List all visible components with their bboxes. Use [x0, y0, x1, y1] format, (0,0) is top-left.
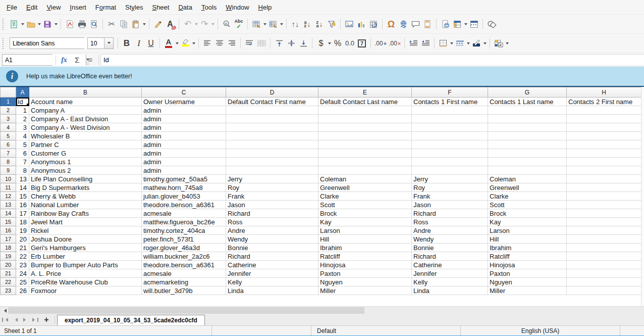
select-all-corner[interactable]: [1, 87, 16, 98]
insert-row-icon[interactable]: [250, 18, 262, 31]
cell-A19[interactable]: 22: [16, 252, 29, 261]
cell-B4[interactable]: Company A - West Division: [29, 123, 142, 132]
cell-E2[interactable]: [318, 106, 412, 115]
cell-C16[interactable]: timothy.cortez_404ca: [142, 226, 226, 235]
new-dropdown[interactable]: [21, 23, 24, 27]
cell-D4[interactable]: [226, 123, 318, 132]
cell-B12[interactable]: Cherry & Webb: [29, 192, 142, 201]
cell-A21[interactable]: 24: [16, 269, 29, 278]
merge-cells-icon[interactable]: [255, 37, 267, 50]
hyperlink-icon[interactable]: [397, 18, 409, 31]
cell-G8[interactable]: [488, 158, 567, 166]
cell-G9[interactable]: [488, 166, 567, 175]
cell-G22[interactable]: Nguyen: [488, 278, 567, 286]
cell-D16[interactable]: Andre: [226, 226, 318, 235]
cell-E16[interactable]: Larson: [318, 226, 412, 235]
cell-H19[interactable]: [567, 252, 641, 261]
cell-D7[interactable]: [226, 149, 318, 158]
font-size-input[interactable]: [88, 38, 104, 49]
cell-H21[interactable]: [567, 269, 641, 278]
special-character-icon[interactable]: Ω: [385, 18, 397, 31]
cell-F23[interactable]: Linda: [412, 286, 488, 295]
cell-B17[interactable]: Joshua Doore: [29, 235, 142, 244]
menu-insert[interactable]: Insert: [65, 1, 91, 14]
cell-E10[interactable]: Coleman: [318, 175, 412, 183]
cell-B1[interactable]: Account name: [29, 98, 142, 106]
cell-D3[interactable]: [226, 115, 318, 123]
page-style-status[interactable]: Default: [311, 326, 461, 335]
cell-G5[interactable]: [488, 132, 567, 140]
cell-C2[interactable]: admin: [142, 106, 226, 115]
conditional-formatting-dropdown[interactable]: [506, 42, 509, 46]
cell-F5[interactable]: [412, 132, 488, 140]
cell-G3[interactable]: [488, 115, 567, 123]
highlighting-color-button[interactable]: [179, 37, 191, 50]
column-header-F[interactable]: F: [412, 87, 488, 98]
cell-D10[interactable]: Jerry: [226, 175, 318, 183]
paste-icon[interactable]: [130, 18, 142, 31]
menu-styles[interactable]: Styles: [121, 1, 147, 14]
cell-E14[interactable]: Brock: [318, 209, 412, 218]
cell-D17[interactable]: Wendy: [226, 235, 318, 244]
cell-H13[interactable]: [567, 201, 641, 209]
column-header-H[interactable]: H: [567, 87, 641, 98]
first-sheet-button[interactable]: [0, 314, 10, 325]
cell-E21[interactable]: Paxton: [318, 269, 412, 278]
column-header-E[interactable]: E: [318, 87, 412, 98]
column-header-D[interactable]: D: [226, 87, 318, 98]
underline-button[interactable]: U: [145, 37, 157, 50]
cell-C23[interactable]: will.butler_3d79b: [142, 286, 226, 295]
align-bottom-icon[interactable]: [297, 37, 309, 50]
border-color-icon[interactable]: [470, 37, 482, 50]
cell-A23[interactable]: 26: [16, 286, 29, 295]
cell-D11[interactable]: Roy: [226, 183, 318, 192]
row-header-11[interactable]: 11: [1, 183, 16, 192]
cell-G10[interactable]: Coleman: [488, 175, 567, 183]
cell-F14[interactable]: Richard: [412, 209, 488, 218]
cell-E3[interactable]: [318, 115, 412, 123]
row-header-4[interactable]: 4: [1, 123, 16, 132]
cell-A9[interactable]: 8: [16, 166, 29, 175]
cell-D6[interactable]: [226, 140, 318, 149]
cell-H2[interactable]: [567, 106, 641, 115]
cell-D21[interactable]: Jennifer: [226, 269, 318, 278]
cell-A6[interactable]: 5: [16, 140, 29, 149]
cell-H6[interactable]: [567, 140, 641, 149]
wrap-text-icon[interactable]: [243, 37, 255, 50]
cell-C6[interactable]: admin: [142, 140, 226, 149]
cell-B16[interactable]: Rickel: [29, 226, 142, 235]
cell-G23[interactable]: Miller: [488, 286, 567, 295]
vertical-scrollbar[interactable]: [641, 87, 644, 306]
cell-F17[interactable]: Wendy: [412, 235, 488, 244]
cell-C18[interactable]: roger.glover_46a3d: [142, 244, 226, 252]
row-header-5[interactable]: 5: [1, 132, 16, 140]
cell-H12[interactable]: [567, 192, 641, 201]
row-header-3[interactable]: 3: [1, 115, 16, 123]
cell-D18[interactable]: Bonnie: [226, 244, 318, 252]
equals-icon[interactable]: =: [84, 54, 97, 66]
cell-D13[interactable]: Jason: [226, 201, 318, 209]
cell-C19[interactable]: william.buckner_2a2c6: [142, 252, 226, 261]
previous-sheet-button[interactable]: [10, 314, 20, 325]
cell-C15[interactable]: matthew.figueroa_bc26e: [142, 218, 226, 226]
undo-icon[interactable]: ↶: [182, 18, 194, 31]
clone-formatting-icon[interactable]: [152, 18, 164, 31]
cell-A10[interactable]: 13: [16, 175, 29, 183]
row-header-6[interactable]: 6: [1, 140, 16, 149]
headers-footers-icon[interactable]: [421, 18, 434, 31]
cell-A18[interactable]: 21: [16, 244, 29, 252]
cell-D9[interactable]: [226, 166, 318, 175]
cell-E18[interactable]: Ibrahim: [318, 244, 412, 252]
cell-G11[interactable]: Greenwell: [488, 183, 567, 192]
cell-H23[interactable]: [567, 286, 641, 295]
borders-dropdown[interactable]: [450, 42, 453, 46]
cell-B13[interactable]: National Lumber: [29, 201, 142, 209]
cell-E6[interactable]: [318, 140, 412, 149]
borders-icon[interactable]: [437, 37, 449, 50]
conditional-formatting-icon[interactable]: ≠: [493, 37, 505, 50]
cell-H11[interactable]: [567, 183, 641, 192]
cell-E17[interactable]: Hill: [318, 235, 412, 244]
cell-D19[interactable]: Richard: [226, 252, 318, 261]
cell-F13[interactable]: Jason: [412, 201, 488, 209]
cell-B9[interactable]: Anonymous 2: [29, 166, 142, 175]
